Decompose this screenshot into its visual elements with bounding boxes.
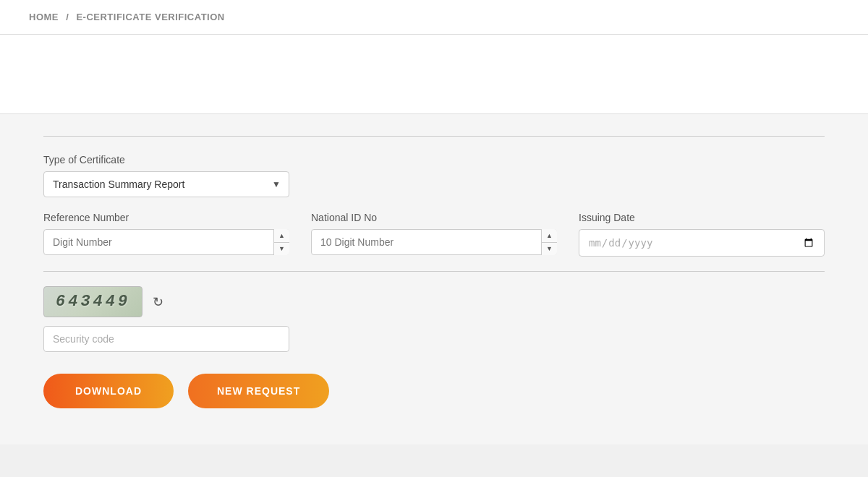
national-id-label: National ID No xyxy=(311,212,557,223)
issuing-date-group: Issuing Date xyxy=(579,212,825,257)
certificate-type-select[interactable]: Transaction Summary Report Certificate o… xyxy=(43,171,289,197)
national-spin-down[interactable]: ▼ xyxy=(542,243,557,256)
breadcrumb-separator: / xyxy=(66,12,69,22)
reference-spin-buttons: ▲ ▼ xyxy=(273,229,289,255)
security-code-input[interactable] xyxy=(43,326,289,352)
captcha-image: 643449 xyxy=(43,286,142,317)
breadcrumb-home[interactable]: HOME xyxy=(29,12,59,22)
reference-number-label: Reference Number xyxy=(43,212,289,223)
captcha-refresh-icon[interactable]: ↻ xyxy=(150,291,166,313)
main-content: Type of Certificate Transaction Summary … xyxy=(0,114,868,444)
reference-spin-up[interactable]: ▲ xyxy=(274,229,289,243)
reference-number-wrapper: ▲ ▼ xyxy=(43,229,289,255)
national-spin-buttons: ▲ ▼ xyxy=(541,229,557,255)
reference-number-input[interactable] xyxy=(43,229,289,255)
reference-spin-down[interactable]: ▼ xyxy=(274,243,289,256)
certificate-type-group: Type of Certificate Transaction Summary … xyxy=(43,154,825,197)
new-request-button[interactable]: NEW REQUEST xyxy=(188,374,329,408)
certificate-type-label: Type of Certificate xyxy=(43,154,825,166)
form-section: Type of Certificate Transaction Summary … xyxy=(43,154,825,408)
national-spin-up[interactable]: ▲ xyxy=(542,229,557,243)
breadcrumb: HOME / E-CERTIFICATE VERIFICATION xyxy=(29,12,839,22)
download-button[interactable]: DOWNLOAD xyxy=(43,374,174,408)
issuing-date-input[interactable] xyxy=(579,229,825,257)
certificate-type-select-wrapper: Transaction Summary Report Certificate o… xyxy=(43,171,289,197)
captcha-row: 643449 ↻ xyxy=(43,286,825,317)
national-id-input[interactable] xyxy=(311,229,557,255)
top-divider xyxy=(43,136,825,137)
mid-divider xyxy=(43,271,825,272)
button-row: DOWNLOAD NEW REQUEST xyxy=(43,374,825,408)
issuing-date-label: Issuing Date xyxy=(579,212,825,223)
banner-area xyxy=(0,35,868,114)
national-id-group: National ID No ▲ ▼ xyxy=(311,212,557,255)
fields-row: Reference Number ▲ ▼ National ID No ▲ ▼ xyxy=(43,212,825,257)
captcha-section: 643449 ↻ xyxy=(43,286,825,352)
reference-number-group: Reference Number ▲ ▼ xyxy=(43,212,289,255)
breadcrumb-current: E-CERTIFICATE VERIFICATION xyxy=(76,12,224,22)
national-id-wrapper: ▲ ▼ xyxy=(311,229,557,255)
